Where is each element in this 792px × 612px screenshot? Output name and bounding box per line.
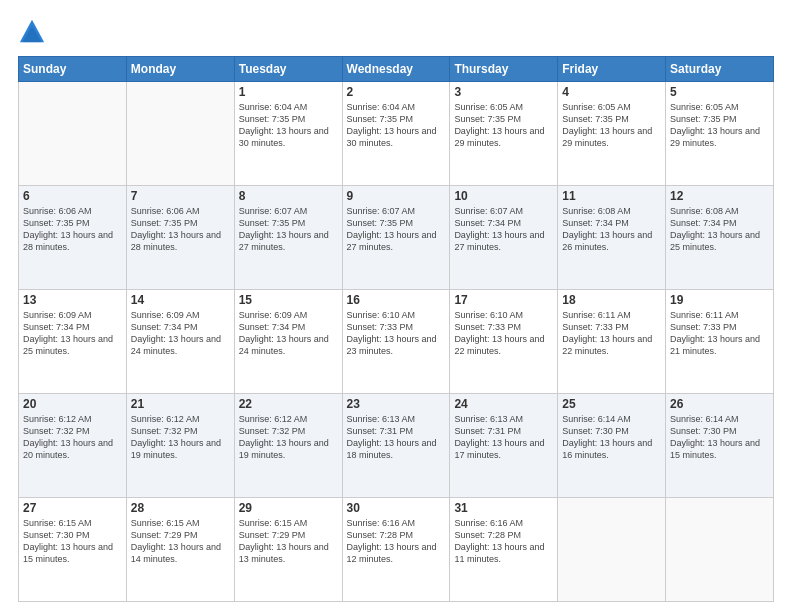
- day-number: 16: [347, 293, 446, 307]
- day-info: Sunrise: 6:12 AM Sunset: 7:32 PM Dayligh…: [23, 413, 122, 462]
- day-info: Sunrise: 6:16 AM Sunset: 7:28 PM Dayligh…: [454, 517, 553, 566]
- calendar-cell: 25Sunrise: 6:14 AM Sunset: 7:30 PM Dayli…: [558, 394, 666, 498]
- day-info: Sunrise: 6:12 AM Sunset: 7:32 PM Dayligh…: [239, 413, 338, 462]
- day-info: Sunrise: 6:12 AM Sunset: 7:32 PM Dayligh…: [131, 413, 230, 462]
- day-number: 29: [239, 501, 338, 515]
- day-info: Sunrise: 6:05 AM Sunset: 7:35 PM Dayligh…: [454, 101, 553, 150]
- calendar-cell: 8Sunrise: 6:07 AM Sunset: 7:35 PM Daylig…: [234, 186, 342, 290]
- day-number: 20: [23, 397, 122, 411]
- calendar-week-5: 27Sunrise: 6:15 AM Sunset: 7:30 PM Dayli…: [19, 498, 774, 602]
- day-number: 2: [347, 85, 446, 99]
- calendar-cell: 3Sunrise: 6:05 AM Sunset: 7:35 PM Daylig…: [450, 82, 558, 186]
- day-info: Sunrise: 6:08 AM Sunset: 7:34 PM Dayligh…: [670, 205, 769, 254]
- day-number: 7: [131, 189, 230, 203]
- calendar-week-1: 1Sunrise: 6:04 AM Sunset: 7:35 PM Daylig…: [19, 82, 774, 186]
- day-info: Sunrise: 6:11 AM Sunset: 7:33 PM Dayligh…: [670, 309, 769, 358]
- calendar-cell: 13Sunrise: 6:09 AM Sunset: 7:34 PM Dayli…: [19, 290, 127, 394]
- weekday-header-thursday: Thursday: [450, 57, 558, 82]
- day-info: Sunrise: 6:07 AM Sunset: 7:35 PM Dayligh…: [347, 205, 446, 254]
- calendar-cell: [126, 82, 234, 186]
- calendar-cell: 11Sunrise: 6:08 AM Sunset: 7:34 PM Dayli…: [558, 186, 666, 290]
- weekday-header-friday: Friday: [558, 57, 666, 82]
- day-info: Sunrise: 6:13 AM Sunset: 7:31 PM Dayligh…: [454, 413, 553, 462]
- day-number: 6: [23, 189, 122, 203]
- calendar-cell: 31Sunrise: 6:16 AM Sunset: 7:28 PM Dayli…: [450, 498, 558, 602]
- day-info: Sunrise: 6:06 AM Sunset: 7:35 PM Dayligh…: [131, 205, 230, 254]
- day-number: 18: [562, 293, 661, 307]
- weekday-header-row: SundayMondayTuesdayWednesdayThursdayFrid…: [19, 57, 774, 82]
- calendar-cell: 16Sunrise: 6:10 AM Sunset: 7:33 PM Dayli…: [342, 290, 450, 394]
- day-number: 25: [562, 397, 661, 411]
- calendar-cell: 2Sunrise: 6:04 AM Sunset: 7:35 PM Daylig…: [342, 82, 450, 186]
- day-number: 15: [239, 293, 338, 307]
- calendar-week-4: 20Sunrise: 6:12 AM Sunset: 7:32 PM Dayli…: [19, 394, 774, 498]
- day-number: 9: [347, 189, 446, 203]
- day-info: Sunrise: 6:13 AM Sunset: 7:31 PM Dayligh…: [347, 413, 446, 462]
- calendar-cell: 9Sunrise: 6:07 AM Sunset: 7:35 PM Daylig…: [342, 186, 450, 290]
- calendar-cell: 12Sunrise: 6:08 AM Sunset: 7:34 PM Dayli…: [666, 186, 774, 290]
- day-info: Sunrise: 6:10 AM Sunset: 7:33 PM Dayligh…: [454, 309, 553, 358]
- day-number: 19: [670, 293, 769, 307]
- day-info: Sunrise: 6:06 AM Sunset: 7:35 PM Dayligh…: [23, 205, 122, 254]
- day-number: 21: [131, 397, 230, 411]
- calendar-cell: 20Sunrise: 6:12 AM Sunset: 7:32 PM Dayli…: [19, 394, 127, 498]
- day-info: Sunrise: 6:15 AM Sunset: 7:30 PM Dayligh…: [23, 517, 122, 566]
- calendar-cell: 19Sunrise: 6:11 AM Sunset: 7:33 PM Dayli…: [666, 290, 774, 394]
- day-number: 1: [239, 85, 338, 99]
- day-info: Sunrise: 6:16 AM Sunset: 7:28 PM Dayligh…: [347, 517, 446, 566]
- day-number: 13: [23, 293, 122, 307]
- calendar-cell: 24Sunrise: 6:13 AM Sunset: 7:31 PM Dayli…: [450, 394, 558, 498]
- day-number: 10: [454, 189, 553, 203]
- day-info: Sunrise: 6:07 AM Sunset: 7:35 PM Dayligh…: [239, 205, 338, 254]
- header: [18, 18, 774, 46]
- calendar-week-3: 13Sunrise: 6:09 AM Sunset: 7:34 PM Dayli…: [19, 290, 774, 394]
- page: SundayMondayTuesdayWednesdayThursdayFrid…: [0, 0, 792, 612]
- day-number: 31: [454, 501, 553, 515]
- weekday-header-wednesday: Wednesday: [342, 57, 450, 82]
- calendar-cell: 4Sunrise: 6:05 AM Sunset: 7:35 PM Daylig…: [558, 82, 666, 186]
- logo: [18, 18, 50, 46]
- calendar-cell: 7Sunrise: 6:06 AM Sunset: 7:35 PM Daylig…: [126, 186, 234, 290]
- weekday-header-saturday: Saturday: [666, 57, 774, 82]
- day-info: Sunrise: 6:08 AM Sunset: 7:34 PM Dayligh…: [562, 205, 661, 254]
- day-number: 30: [347, 501, 446, 515]
- calendar-cell: 22Sunrise: 6:12 AM Sunset: 7:32 PM Dayli…: [234, 394, 342, 498]
- weekday-header-sunday: Sunday: [19, 57, 127, 82]
- calendar-cell: 28Sunrise: 6:15 AM Sunset: 7:29 PM Dayli…: [126, 498, 234, 602]
- logo-icon: [18, 18, 46, 46]
- day-number: 17: [454, 293, 553, 307]
- day-info: Sunrise: 6:05 AM Sunset: 7:35 PM Dayligh…: [562, 101, 661, 150]
- day-number: 23: [347, 397, 446, 411]
- calendar-cell: 30Sunrise: 6:16 AM Sunset: 7:28 PM Dayli…: [342, 498, 450, 602]
- day-number: 24: [454, 397, 553, 411]
- weekday-header-monday: Monday: [126, 57, 234, 82]
- day-info: Sunrise: 6:05 AM Sunset: 7:35 PM Dayligh…: [670, 101, 769, 150]
- day-info: Sunrise: 6:15 AM Sunset: 7:29 PM Dayligh…: [131, 517, 230, 566]
- day-info: Sunrise: 6:04 AM Sunset: 7:35 PM Dayligh…: [239, 101, 338, 150]
- calendar-cell: 23Sunrise: 6:13 AM Sunset: 7:31 PM Dayli…: [342, 394, 450, 498]
- day-number: 14: [131, 293, 230, 307]
- day-info: Sunrise: 6:14 AM Sunset: 7:30 PM Dayligh…: [562, 413, 661, 462]
- calendar-cell: 21Sunrise: 6:12 AM Sunset: 7:32 PM Dayli…: [126, 394, 234, 498]
- day-info: Sunrise: 6:15 AM Sunset: 7:29 PM Dayligh…: [239, 517, 338, 566]
- day-number: 3: [454, 85, 553, 99]
- calendar-cell: [666, 498, 774, 602]
- day-number: 8: [239, 189, 338, 203]
- calendar-cell: [19, 82, 127, 186]
- calendar-table: SundayMondayTuesdayWednesdayThursdayFrid…: [18, 56, 774, 602]
- day-number: 26: [670, 397, 769, 411]
- weekday-header-tuesday: Tuesday: [234, 57, 342, 82]
- day-number: 12: [670, 189, 769, 203]
- calendar-cell: 18Sunrise: 6:11 AM Sunset: 7:33 PM Dayli…: [558, 290, 666, 394]
- calendar-cell: 6Sunrise: 6:06 AM Sunset: 7:35 PM Daylig…: [19, 186, 127, 290]
- calendar-cell: 26Sunrise: 6:14 AM Sunset: 7:30 PM Dayli…: [666, 394, 774, 498]
- day-info: Sunrise: 6:11 AM Sunset: 7:33 PM Dayligh…: [562, 309, 661, 358]
- calendar-cell: 10Sunrise: 6:07 AM Sunset: 7:34 PM Dayli…: [450, 186, 558, 290]
- day-info: Sunrise: 6:09 AM Sunset: 7:34 PM Dayligh…: [23, 309, 122, 358]
- calendar-cell: 17Sunrise: 6:10 AM Sunset: 7:33 PM Dayli…: [450, 290, 558, 394]
- day-number: 11: [562, 189, 661, 203]
- calendar-week-2: 6Sunrise: 6:06 AM Sunset: 7:35 PM Daylig…: [19, 186, 774, 290]
- calendar-cell: 1Sunrise: 6:04 AM Sunset: 7:35 PM Daylig…: [234, 82, 342, 186]
- day-number: 22: [239, 397, 338, 411]
- calendar-cell: 15Sunrise: 6:09 AM Sunset: 7:34 PM Dayli…: [234, 290, 342, 394]
